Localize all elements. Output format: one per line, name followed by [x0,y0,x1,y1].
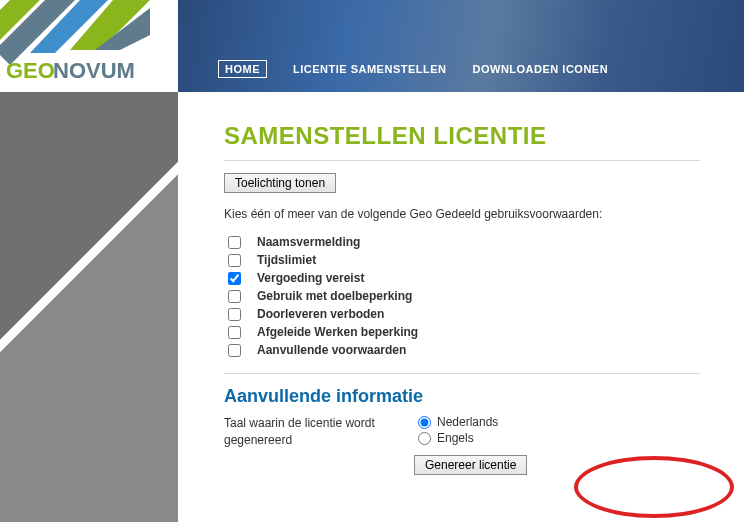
condition-label: Aanvullende voorwaarden [257,343,406,357]
conditions-list: NaamsvermeldingTijdslimietVergoeding ver… [224,235,700,357]
radio-label: Engels [437,431,474,445]
condition-checkbox[interactable] [228,326,241,339]
nav-licentie-samenstellen[interactable]: LICENTIE SAMENSTELLEN [293,63,447,75]
condition-row[interactable]: Aanvullende voorwaarden [228,343,700,357]
condition-label: Vergoeding vereist [257,271,364,285]
condition-checkbox[interactable] [228,344,241,357]
divider [224,160,700,161]
nav-home[interactable]: HOME [218,60,267,78]
toggle-help-button[interactable]: Toelichting tonen [224,173,336,193]
geonovum-logo-icon: GEO NOVUM [0,0,178,92]
condition-label: Afgeleide Werken beperking [257,325,418,339]
divider [224,373,700,374]
condition-row[interactable]: Afgeleide Werken beperking [228,325,700,339]
condition-checkbox[interactable] [228,308,241,321]
condition-row[interactable]: Doorleveren verboden [228,307,700,321]
main-content: SAMENSTELLEN LICENTIE Toelichting tonen … [200,96,724,522]
extra-info-title: Aanvullende informatie [224,386,700,407]
top-bar: HOME LICENTIE SAMENSTELLEN DOWNLOADEN IC… [178,0,744,92]
condition-label: Naamsvermelding [257,235,360,249]
brand-prefix: GEO [6,58,55,83]
condition-checkbox[interactable] [228,254,241,267]
radio-engels[interactable] [418,432,431,445]
generate-license-button[interactable]: Genereer licentie [414,455,527,475]
condition-checkbox[interactable] [228,272,241,285]
condition-row[interactable]: Tijdslimiet [228,253,700,267]
language-label: Taal waarin de licentie wordt gegenereer… [224,413,414,449]
condition-label: Doorleveren verboden [257,307,384,321]
language-option-nl[interactable]: Nederlands [418,415,498,429]
condition-checkbox[interactable] [228,290,241,303]
language-option-en[interactable]: Engels [418,431,498,445]
brand-suffix: NOVUM [53,58,135,83]
page-title: SAMENSTELLEN LICENTIE [224,122,700,150]
condition-row[interactable]: Vergoeding vereist [228,271,700,285]
instruction-text: Kies één of meer van de volgende Geo Ged… [224,207,700,221]
nav-downloaden-iconen[interactable]: DOWNLOADEN ICONEN [473,63,609,75]
condition-label: Tijdslimiet [257,253,316,267]
condition-label: Gebruik met doelbeperking [257,289,412,303]
condition-row[interactable]: Naamsvermelding [228,235,700,249]
brand-logo: GEO NOVUM [0,0,178,92]
main-nav: HOME LICENTIE SAMENSTELLEN DOWNLOADEN IC… [218,60,608,78]
language-options: Nederlands Engels [414,413,498,447]
radio-nederlands[interactable] [418,416,431,429]
radio-label: Nederlands [437,415,498,429]
condition-checkbox[interactable] [228,236,241,249]
sidebar-decor [0,92,178,522]
condition-row[interactable]: Gebruik met doelbeperking [228,289,700,303]
language-row: Taal waarin de licentie wordt gegenereer… [224,413,700,449]
